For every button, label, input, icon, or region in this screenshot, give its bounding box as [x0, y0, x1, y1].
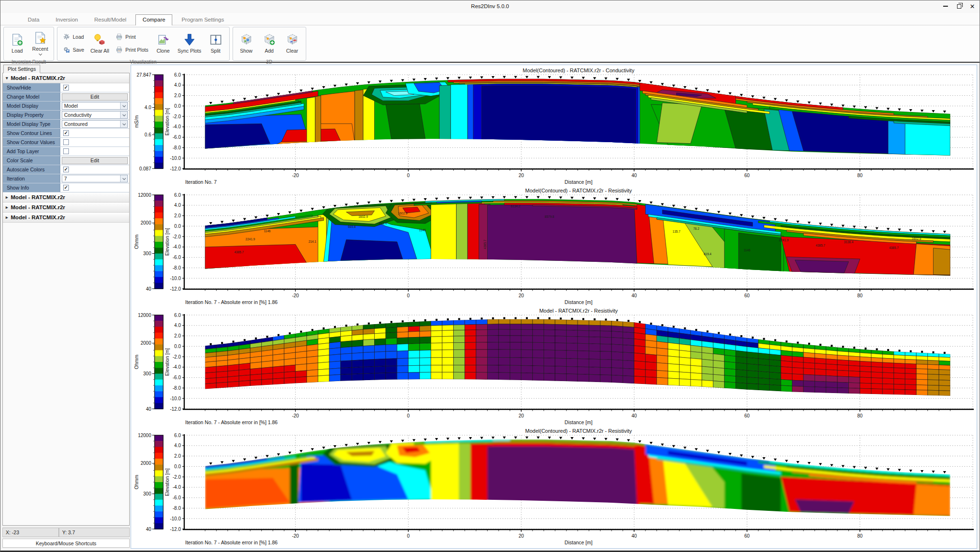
- model-display-dropdown[interactable]: Model: [62, 102, 128, 110]
- svg-text:4.0: 4.0: [145, 105, 151, 110]
- add-3d-button[interactable]: Add: [259, 28, 280, 58]
- model-plot-3: 6.04.02.00.0-2.0-4.0-6.0-8.0-10.0-12.0-2…: [132, 307, 977, 428]
- save-view-button[interactable]: Save: [60, 44, 87, 56]
- print-plots-button[interactable]: Print Plots: [113, 44, 151, 56]
- show-info-checkbox[interactable]: ✓: [63, 185, 69, 191]
- tab-plot-settings[interactable]: Plot Settings: [3, 65, 40, 73]
- printer-icon: [115, 33, 123, 41]
- svg-text:1602.9: 1602.9: [912, 237, 921, 240]
- keyboard-mouse-shortcuts-button[interactable]: Keyboard/Mouse Shortcuts: [2, 539, 130, 548]
- svg-text:27.847: 27.847: [136, 72, 151, 78]
- model-header[interactable]: ▸Model - RATCMIX.r2r: [3, 192, 129, 203]
- svg-text:Distance [m]: Distance [m]: [565, 540, 592, 545]
- restore-button[interactable]: [956, 3, 962, 10]
- model-display-type-dropdown[interactable]: Contoured: [62, 120, 128, 128]
- plot-caption: Iteration No. 7 - Absolute error in [%] …: [185, 419, 278, 425]
- show-3d-button[interactable]: Show: [236, 28, 257, 58]
- svg-text:1146: 1146: [264, 229, 270, 233]
- svg-text:4385.7: 4385.7: [234, 250, 244, 254]
- close-button[interactable]: ✕: [969, 3, 976, 10]
- colorbar-unit: Ohmm: [134, 475, 139, 489]
- svg-text:80: 80: [858, 173, 863, 178]
- setting-row-show-info: Show Info✓: [3, 183, 129, 192]
- ribbon-tab-strip: Data Inversion Result/Model Compare Prog…: [0, 13, 980, 25]
- setting-row-add-top-layer: Add Top Layer: [3, 147, 129, 156]
- gear-load-icon: [63, 33, 70, 41]
- svg-text:4.0: 4.0: [174, 203, 181, 208]
- sync-plots-button[interactable]: Sync Plots: [176, 28, 203, 58]
- button-label: Clear: [286, 48, 298, 54]
- plot-title: Model(Contoured) - RATCMIX.r2r - Conduct…: [523, 68, 635, 73]
- expand-arrow-icon: ▸: [6, 195, 8, 200]
- setting-row-show-contour-values: Show Contour Values: [3, 138, 129, 147]
- svg-text:-6.0: -6.0: [173, 255, 181, 260]
- svg-text:Distance [m]: Distance [m]: [565, 299, 592, 305]
- setting-label: Model Display Type: [3, 120, 60, 128]
- clear-3d-button[interactable]: Clear: [282, 28, 303, 58]
- tab-program-settings[interactable]: Program Settings: [174, 14, 231, 25]
- setting-label: Add Top Layer: [3, 147, 60, 156]
- setting-label: Model Display: [3, 101, 60, 110]
- svg-text:819.4: 819.4: [379, 222, 387, 225]
- show-hide-checkbox[interactable]: ✓: [63, 85, 69, 90]
- svg-text:214.1: 214.1: [309, 240, 317, 243]
- svg-text:78.2: 78.2: [693, 227, 700, 230]
- chevron-down-icon: [38, 52, 42, 56]
- setting-label: Show Contour Values: [3, 138, 60, 146]
- svg-text:60: 60: [745, 293, 750, 298]
- colorbar-unit: mS/m: [134, 115, 139, 128]
- model-header[interactable]: ▸Model - RATCMIX.r2r: [3, 203, 129, 213]
- tab-data[interactable]: Data: [21, 14, 46, 25]
- svg-text:-2.0: -2.0: [173, 114, 181, 119]
- clone-button[interactable]: Clone: [153, 28, 174, 58]
- tab-inversion[interactable]: Inversion: [48, 14, 85, 25]
- svg-text:8579.8: 8579.8: [545, 215, 554, 218]
- svg-text:6134.2: 6134.2: [511, 204, 521, 208]
- svg-text:-20: -20: [292, 173, 299, 178]
- setting-label: Display Property: [3, 111, 60, 119]
- color-scale-edit-button[interactable]: Edit: [62, 157, 128, 164]
- setting-label: Autoscale Colors: [3, 165, 60, 174]
- clear-all-button[interactable]: Clear All: [89, 28, 111, 58]
- setting-row-show-contour-lines: Show Contour Lines✓: [3, 129, 129, 138]
- model-header[interactable]: ▸Model - RATCMIX.r2r: [3, 213, 129, 223]
- split-button[interactable]: Split: [205, 28, 226, 58]
- plot-title: Model - RATCMIX.r2r - Resistivity: [539, 308, 618, 314]
- svg-text:0.0: 0.0: [174, 464, 181, 469]
- show-contour-values-checkbox[interactable]: [63, 139, 69, 145]
- load-result-button[interactable]: Load: [7, 28, 28, 58]
- minimize-button[interactable]: [942, 3, 949, 10]
- setting-label: Show Contour Lines: [3, 129, 60, 137]
- svg-text:0: 0: [407, 173, 410, 178]
- svg-text:-4.0: -4.0: [173, 484, 181, 490]
- load-view-button[interactable]: Load: [60, 31, 87, 43]
- display-property-dropdown[interactable]: Conductivity: [62, 111, 128, 119]
- svg-text:-2.0: -2.0: [173, 474, 181, 480]
- tab-compare[interactable]: Compare: [135, 14, 172, 25]
- iteration-dropdown[interactable]: 7: [62, 175, 128, 182]
- recent-result-button[interactable]: Recent: [30, 28, 51, 58]
- button-label: Split: [211, 48, 220, 54]
- expand-arrow-icon: ▸: [6, 205, 8, 210]
- svg-text:-8.0: -8.0: [173, 506, 181, 511]
- change-model-edit-button[interactable]: Edit: [62, 93, 128, 101]
- model-header[interactable]: ▾Model - RATCMIX.r2r: [3, 73, 129, 83]
- svg-text:0.6: 0.6: [145, 132, 151, 137]
- svg-text:2241.9: 2241.9: [779, 238, 789, 242]
- svg-text:80: 80: [858, 413, 863, 418]
- show-contour-lines-checkbox[interactable]: ✓: [63, 130, 69, 136]
- svg-text:12000: 12000: [138, 433, 151, 438]
- svg-text:300: 300: [143, 491, 151, 496]
- tab-result-model[interactable]: Result/Model: [87, 14, 134, 25]
- svg-text:40: 40: [632, 293, 637, 298]
- autoscale-colors-checkbox[interactable]: ✓: [63, 167, 69, 172]
- svg-text:2.0: 2.0: [174, 453, 181, 459]
- setting-row-show-hide: Show/Hide✓: [3, 83, 129, 92]
- button-label: Load: [73, 34, 84, 40]
- add-top-layer-checkbox[interactable]: [63, 148, 69, 154]
- setting-label: Show Info: [3, 183, 60, 192]
- button-label: Recent: [32, 46, 48, 52]
- print-button[interactable]: Print: [113, 31, 151, 43]
- svg-text:-8.0: -8.0: [173, 385, 181, 391]
- svg-text:-8.0: -8.0: [173, 265, 181, 270]
